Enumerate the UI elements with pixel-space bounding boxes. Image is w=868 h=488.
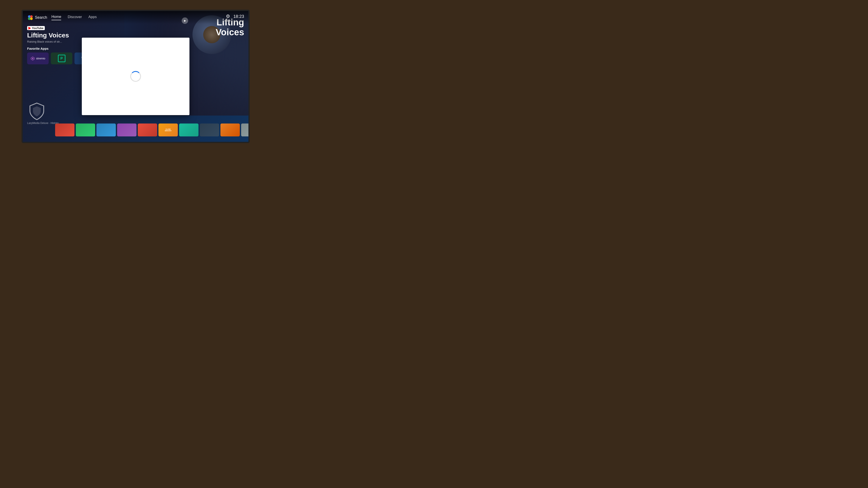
nav-apps[interactable]: Apps: [89, 15, 97, 20]
nav-discover[interactable]: Discover: [68, 15, 82, 20]
loading-overlay: [82, 38, 189, 115]
movie-thumb-1[interactable]: [55, 124, 74, 136]
movie-thumb-5[interactable]: [138, 124, 157, 136]
hero-title-line2: Voices: [216, 27, 244, 37]
movie-thumb-6[interactable]: CLOSEENOUGH: [158, 124, 178, 136]
search-label: Search: [35, 15, 47, 20]
perfect-player-icon: P: [58, 55, 65, 62]
settings-icon[interactable]: ⚙: [226, 13, 230, 19]
movie-thumb-8[interactable]: [200, 124, 219, 136]
top-right-controls: ▶ ⚙ 18:23: [226, 13, 244, 19]
loading-spinner: [130, 71, 141, 82]
movie-thumb-4[interactable]: [117, 124, 136, 136]
search-button[interactable]: Search: [27, 14, 47, 21]
movie-thumb-10[interactable]: [241, 124, 248, 136]
youtube-play-icon: [28, 27, 31, 30]
svg-marker-5: [32, 58, 34, 59]
youtube-badge: YouTube: [27, 26, 143, 30]
tv-frame: Lifting Voices Search Home: [22, 10, 250, 143]
youtube-icon: YouTube: [27, 26, 45, 30]
svg-point-3: [30, 18, 33, 20]
stremio-icon: [31, 56, 35, 61]
nav-home[interactable]: Home: [52, 14, 61, 20]
bottom-movies-row: CLOSEENOUGH: [23, 120, 248, 142]
stremio-label: stremio: [36, 57, 45, 60]
movie-thumb-2[interactable]: [76, 124, 95, 136]
top-navigation: Search Home Discover Apps: [23, 11, 248, 24]
youtube-text: YouTube: [32, 27, 43, 30]
app-perfect-player[interactable]: P: [51, 53, 72, 64]
nav-items: Home Discover Apps: [52, 14, 97, 20]
movie-thumb-7[interactable]: [179, 124, 198, 136]
time-display: 18:23: [234, 14, 244, 19]
movie-thumb-3[interactable]: [96, 124, 116, 136]
tv-screen: Lifting Voices Search Home: [23, 11, 248, 142]
google-icon: [27, 14, 33, 21]
play-button[interactable]: ▶: [182, 18, 188, 24]
app-stremio[interactable]: stremio: [27, 53, 49, 64]
movie-thumb-9[interactable]: [220, 124, 240, 136]
